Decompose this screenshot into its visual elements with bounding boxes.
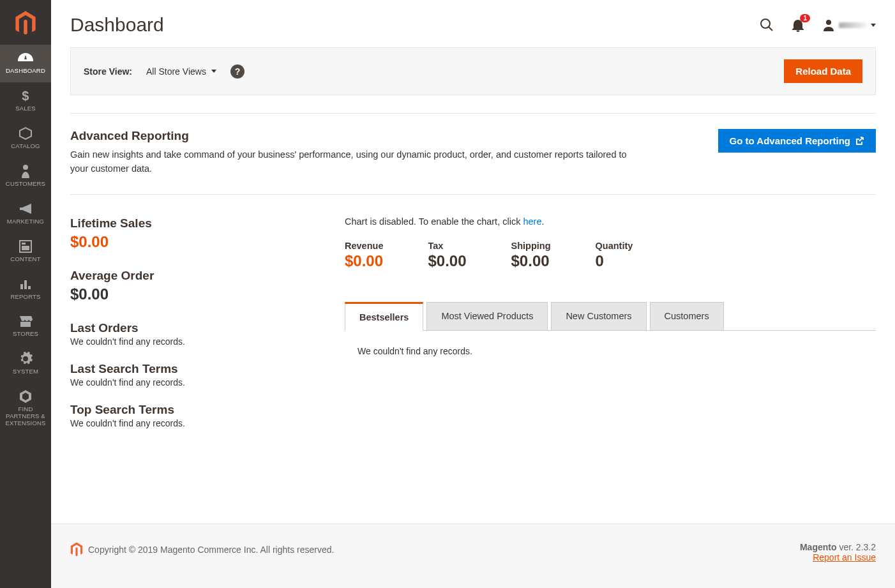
- box-icon: [18, 126, 33, 140]
- metric-revenue-label: Revenue: [345, 241, 383, 251]
- tabs: Bestsellers Most Viewed Products New Cus…: [345, 302, 876, 331]
- sidebar-item-sales[interactable]: $ SALES: [0, 82, 51, 120]
- tab-content: We couldn't find any records.: [345, 331, 876, 372]
- footer: Copyright © 2019 Magento Commerce Inc. A…: [51, 524, 895, 588]
- magento-logo-small-icon: [70, 542, 83, 557]
- svg-rect-6: [24, 280, 27, 289]
- sidebar-item-system[interactable]: SYSTEM: [0, 345, 51, 383]
- store-icon: [18, 314, 33, 328]
- last-search-terms-block: Last Search Terms We couldn't find any r…: [70, 362, 326, 388]
- lifetime-sales-value: $0.00: [70, 233, 326, 251]
- footer-copyright: Copyright © 2019 Magento Commerce Inc. A…: [88, 545, 334, 555]
- sidebar: DASHBOARD $ SALES CATALOG CUSTOMERS MARK…: [0, 0, 51, 588]
- svg-rect-7: [28, 286, 31, 289]
- footer-version-value: ver. 2.3.2: [837, 542, 876, 552]
- sidebar-item-label: MARKETING: [7, 218, 44, 225]
- metric-shipping-label: Shipping: [511, 241, 551, 251]
- notifications-button[interactable]: 1: [792, 18, 804, 32]
- tab-bestsellers[interactable]: Bestsellers: [345, 302, 423, 331]
- chart-disabled-message: Chart is disabled. To enable the chart, …: [345, 216, 876, 227]
- sidebar-item-label: SALES: [15, 105, 36, 112]
- metric-revenue-value: $0.00: [345, 252, 383, 270]
- sidebar-item-partners[interactable]: FIND PARTNERS & EXTENSIONS: [0, 383, 51, 435]
- logo[interactable]: [0, 0, 51, 45]
- average-order-value: $0.00: [70, 285, 326, 303]
- svg-text:$: $: [22, 89, 29, 103]
- report-issue-link[interactable]: Report an Issue: [813, 552, 876, 562]
- last-orders-title: Last Orders: [70, 321, 326, 335]
- metric-tax-value: $0.00: [428, 252, 466, 270]
- store-view-selected: All Store Views: [146, 66, 206, 77]
- search-icon[interactable]: [760, 18, 774, 32]
- metric-quantity-value: 0: [596, 252, 633, 270]
- sidebar-item-content[interactable]: CONTENT: [0, 233, 51, 271]
- metrics-row: Revenue $0.00 Tax $0.00 Shipping $0.00: [345, 241, 876, 270]
- user-name: [839, 22, 867, 28]
- svg-rect-3: [22, 243, 26, 245]
- top-search-terms-empty: We couldn't find any records.: [70, 418, 326, 428]
- enable-chart-link[interactable]: here: [523, 216, 541, 227]
- store-view-select[interactable]: All Store Views: [146, 66, 216, 77]
- svg-point-10: [826, 20, 831, 25]
- sidebar-item-stores[interactable]: STORES: [0, 308, 51, 345]
- chevron-down-icon: [211, 70, 216, 73]
- chart-msg-pre: Chart is disabled. To enable the chart, …: [345, 216, 523, 227]
- sidebar-item-catalog[interactable]: CATALOG: [0, 120, 51, 158]
- last-search-terms-title: Last Search Terms: [70, 362, 326, 376]
- metric-shipping: Shipping $0.00: [511, 241, 551, 270]
- partners-icon: [18, 389, 33, 403]
- advanced-reporting-button-label: Go to Advanced Reporting: [730, 135, 850, 146]
- metric-revenue: Revenue $0.00: [345, 241, 383, 270]
- gear-icon: [18, 352, 33, 366]
- user-icon: [822, 19, 835, 31]
- page-title: Dashboard: [70, 14, 164, 36]
- magento-logo-icon: [15, 11, 36, 36]
- last-search-terms-empty: We couldn't find any records.: [70, 377, 326, 388]
- sidebar-item-label: SYSTEM: [13, 368, 38, 375]
- sidebar-item-dashboard[interactable]: DASHBOARD: [0, 45, 51, 82]
- footer-version: Magento ver. 2.3.2: [800, 542, 876, 552]
- dollar-icon: $: [18, 89, 33, 103]
- store-view-bar: Store View: All Store Views ? Reload Dat…: [70, 47, 876, 95]
- metric-quantity-label: Quantity: [596, 241, 633, 251]
- sidebar-item-label: DASHBOARD: [6, 68, 45, 75]
- sidebar-item-marketing[interactable]: MARKETING: [0, 195, 51, 233]
- average-order-label: Average Order: [70, 269, 326, 283]
- svg-point-1: [23, 165, 28, 170]
- sidebar-item-label: REPORTS: [10, 294, 40, 301]
- last-orders-block: Last Orders We couldn't find any records…: [70, 321, 326, 347]
- top-search-terms-title: Top Search Terms: [70, 403, 326, 417]
- chart-msg-post: .: [541, 216, 544, 227]
- svg-line-9: [769, 27, 772, 31]
- reload-data-button[interactable]: Reload Data: [784, 59, 862, 83]
- metric-shipping-value: $0.00: [511, 252, 551, 270]
- metric-quantity: Quantity 0: [596, 241, 633, 270]
- tab-new-customers[interactable]: New Customers: [551, 302, 646, 330]
- advanced-reporting-button[interactable]: Go to Advanced Reporting: [718, 129, 876, 153]
- sidebar-item-label: FIND PARTNERS & EXTENSIONS: [2, 406, 49, 427]
- advanced-reporting-title: Advanced Reporting: [70, 129, 645, 143]
- svg-rect-5: [20, 284, 23, 289]
- user-menu[interactable]: [822, 19, 876, 31]
- help-icon[interactable]: ?: [230, 64, 244, 79]
- svg-point-8: [761, 19, 770, 28]
- sidebar-item-label: CUSTOMERS: [6, 181, 45, 188]
- svg-rect-4: [22, 246, 29, 250]
- external-link-icon: [855, 137, 864, 146]
- bars-icon: [18, 277, 33, 291]
- store-view-label: Store View:: [84, 66, 132, 77]
- sidebar-item-customers[interactable]: CUSTOMERS: [0, 158, 51, 195]
- notification-badge: 1: [800, 14, 810, 22]
- sidebar-item-reports[interactable]: REPORTS: [0, 271, 51, 308]
- megaphone-icon: [18, 202, 33, 216]
- average-order-block: Average Order $0.00: [70, 269, 326, 303]
- top-search-terms-block: Top Search Terms We couldn't find any re…: [70, 403, 326, 428]
- sidebar-item-label: STORES: [13, 331, 38, 338]
- tab-customers[interactable]: Customers: [650, 302, 724, 330]
- lifetime-sales-label: Lifetime Sales: [70, 216, 326, 230]
- tab-most-viewed[interactable]: Most Viewed Products: [426, 302, 548, 330]
- sidebar-item-label: CONTENT: [10, 256, 40, 263]
- person-icon: [18, 164, 33, 178]
- advanced-reporting-section: Advanced Reporting Gain new insights and…: [70, 113, 876, 194]
- dashboard-icon: [18, 51, 33, 65]
